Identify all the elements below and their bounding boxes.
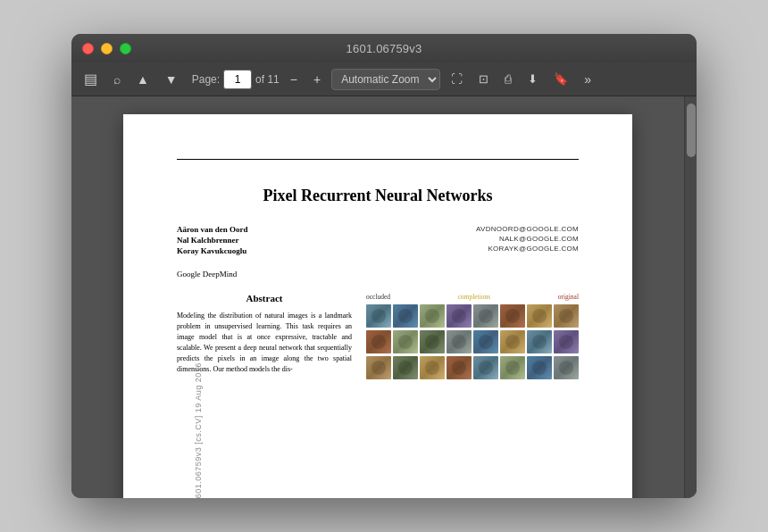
save-button[interactable]: ⊡ (473, 69, 494, 89)
minimize-button[interactable] (101, 43, 113, 54)
paper-top-rule (177, 159, 579, 160)
img-cell-2-1 (366, 330, 391, 353)
download-icon: ⬇ (528, 72, 538, 86)
author-3-name: Koray Kavukcuoglu (177, 246, 248, 255)
zoom-select[interactable]: Automatic Zoom 50% 75% 100% 125% 150% (331, 69, 440, 90)
author-3-email: KORAYK@GOOGLE.COM (476, 245, 579, 253)
search-button[interactable]: ⌕ (108, 69, 126, 90)
img-cell-2-2 (393, 330, 418, 353)
img-cell-3-8 (554, 356, 579, 379)
author-1-email: AVDNOORD@GOOGLE.COM (476, 225, 579, 233)
img-cell-3-7 (527, 356, 552, 379)
authors-right: AVDNOORD@GOOGLE.COM NALK@GOOGLE.COM KORA… (476, 225, 579, 257)
image-row-1 (366, 304, 579, 328)
window-controls (82, 43, 131, 54)
next-page-button[interactable]: ▼ (160, 69, 183, 90)
label-original: original (558, 293, 579, 301)
title-bar: 1601.06759v3 (71, 34, 697, 62)
chevron-up-icon: ▲ (137, 72, 149, 87)
img-cell-1-8 (554, 304, 579, 328)
pdf-area: arXiv:1601.06759v3 [cs.CV] 19 Aug 2016 P… (71, 96, 697, 498)
image-row-2 (366, 330, 579, 353)
img-cell-1-2 (393, 304, 418, 328)
author-2-email: NALK@GOOGLE.COM (476, 235, 579, 243)
abstract-heading: Abstract (177, 293, 352, 303)
img-cell-2-3 (420, 330, 445, 353)
img-cell-1-3 (420, 304, 445, 328)
maximize-button[interactable] (120, 43, 131, 54)
zoom-in-button[interactable]: + (308, 69, 326, 90)
scrollbar-track[interactable] (684, 96, 697, 498)
page-label: Page: (192, 73, 220, 86)
app-window: 1601.06759v3 ▤ ⌕ ▲ ▼ Page: of 11 − + Aut… (71, 34, 697, 498)
image-grid (366, 304, 579, 379)
author-1-name: Aäron van den Oord (177, 225, 248, 234)
search-icon: ⌕ (113, 72, 121, 87)
img-cell-2-7 (527, 330, 552, 353)
print-button[interactable]: ⎙ (499, 69, 517, 89)
bookmark-icon: 🔖 (554, 72, 568, 86)
img-cell-1-6 (500, 304, 525, 328)
img-cell-2-8 (554, 330, 579, 353)
scrollbar-thumb[interactable] (687, 104, 696, 157)
two-column-section: Abstract Modeling the distribution of na… (177, 293, 579, 379)
chevron-down-icon: ▼ (165, 72, 178, 87)
img-cell-2-5 (473, 330, 498, 353)
sidebar-icon: ▤ (84, 71, 97, 87)
img-cell-1-5 (473, 304, 498, 328)
pdf-page: arXiv:1601.06759v3 [cs.CV] 19 Aug 2016 P… (123, 114, 632, 498)
page-controls: Page: of 11 (192, 70, 280, 89)
window-title: 1601.06759v3 (346, 42, 422, 55)
minus-icon: − (290, 72, 297, 87)
img-cell-2-6 (500, 330, 525, 353)
print-icon: ⎙ (505, 72, 512, 86)
plus-icon: + (313, 72, 321, 87)
affiliation: Google DeepMind (177, 270, 579, 278)
page-of-label: of 11 (255, 73, 280, 86)
image-row-3 (366, 356, 579, 379)
fullscreen-button[interactable]: ⛶ (446, 69, 468, 89)
img-cell-3-5 (473, 356, 498, 379)
img-cell-2-4 (447, 330, 472, 353)
save-icon: ⊡ (479, 72, 488, 86)
sidebar-toggle-button[interactable]: ▤ (79, 67, 103, 91)
download-button[interactable]: ⬇ (522, 69, 543, 89)
toolbar: ▤ ⌕ ▲ ▼ Page: of 11 − + Automatic Zoom 5… (71, 62, 697, 96)
img-cell-3-1 (366, 356, 391, 379)
more-icon: » (584, 72, 591, 87)
image-labels: occluded completions original (366, 293, 579, 301)
label-occluded: occluded (366, 293, 390, 301)
close-button[interactable] (82, 43, 94, 54)
authors-section: Aäron van den Oord Nal Kalchbrenner Kora… (177, 225, 579, 257)
img-cell-3-6 (500, 356, 525, 379)
zoom-out-button[interactable]: − (285, 69, 303, 90)
page-number-input[interactable] (223, 70, 252, 89)
fullscreen-icon: ⛶ (451, 72, 463, 86)
author-2-name: Nal Kalchbrenner (177, 236, 248, 245)
authors-left: Aäron van den Oord Nal Kalchbrenner Kora… (177, 225, 248, 257)
image-column: occluded completions original (366, 293, 579, 379)
arxiv-watermark: arXiv:1601.06759v3 [cs.CV] 19 Aug 2016 (194, 362, 203, 498)
img-cell-3-3 (420, 356, 445, 379)
img-cell-3-4 (447, 356, 472, 379)
prev-page-button[interactable]: ▲ (131, 69, 154, 90)
more-tools-button[interactable]: » (579, 69, 597, 90)
img-cell-1-4 (447, 304, 472, 328)
img-cell-1-1 (366, 304, 391, 328)
img-cell-3-2 (393, 356, 418, 379)
abstract-text: Modeling the distribution of natural ima… (177, 311, 352, 375)
label-completions: completions (458, 293, 491, 301)
img-cell-1-7 (527, 304, 552, 328)
abstract-column: Abstract Modeling the distribution of na… (177, 293, 352, 379)
paper-title: Pixel Recurrent Neural Networks (177, 187, 579, 205)
pdf-scroll[interactable]: arXiv:1601.06759v3 [cs.CV] 19 Aug 2016 P… (71, 96, 684, 498)
bookmark-button[interactable]: 🔖 (548, 69, 573, 89)
